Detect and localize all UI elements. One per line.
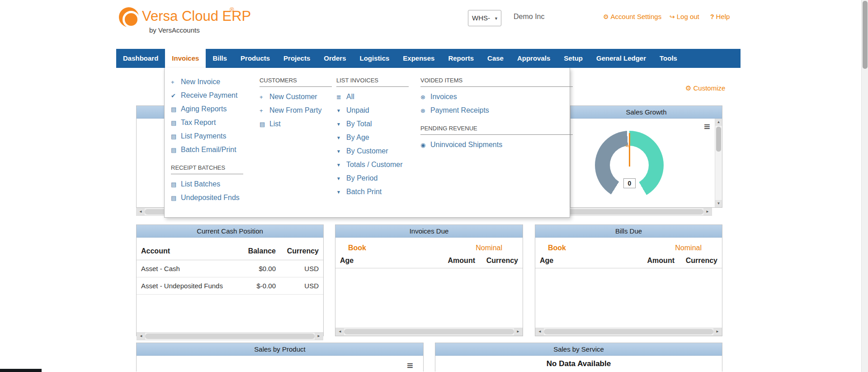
table-icon: ▤: [171, 147, 181, 153]
table-icon: ▤: [171, 195, 181, 201]
menu-item-unpaid[interactable]: ▼ Unpaid: [336, 104, 420, 117]
cell-balance: $0.00: [226, 265, 276, 272]
menu-item-undeposited-fnds[interactable]: ▤ Undeposited Fnds: [171, 191, 259, 205]
menu-item-uninvoiced-shipments[interactable]: ◉ Uninvoiced Shipments: [420, 138, 570, 152]
scroll-right-icon[interactable]: ►: [703, 208, 712, 215]
widget-header-sales-by-product: Sales by Product: [137, 343, 423, 356]
widget-invoices-due: Invoices Due Book Nominal Age Amount Cur…: [335, 224, 523, 336]
nav-item-orders[interactable]: Orders: [317, 49, 353, 68]
menu-item-new-from-party[interactable]: + New From Party: [259, 104, 336, 117]
scroll-up-icon[interactable]: ▲: [715, 119, 722, 126]
menu-item-label: Aging Reports: [181, 105, 226, 113]
menu-item-batch-email-print[interactable]: ▤ Batch Email/Print: [171, 143, 259, 157]
menu-item-all[interactable]: ≣ All: [336, 90, 420, 104]
account-settings-link[interactable]: ⚙Account Settings: [603, 13, 661, 20]
nav-item-setup[interactable]: Setup: [557, 49, 590, 68]
menu-item-new-invoice[interactable]: + New Invoice: [171, 75, 259, 89]
nav-item-projects[interactable]: Projects: [277, 49, 317, 68]
scroll-left-icon[interactable]: ◄: [137, 208, 145, 215]
void-icon: ⊗: [420, 107, 430, 114]
cash-position-body: Account Balance Currency Asset - Cash $0…: [137, 242, 323, 340]
scroll-down-icon[interactable]: ▼: [715, 200, 722, 207]
nav-item-expenses[interactable]: Expenses: [396, 49, 441, 68]
menu-item-receive-payment[interactable]: ✔ Receive Payment: [171, 89, 259, 102]
tab-book[interactable]: Book: [348, 244, 366, 252]
menu-item-totals-customer[interactable]: ▼ Totals / Customer: [336, 158, 420, 172]
warehouse-select-value: WHS-: [472, 14, 490, 22]
menu-item-new-customer[interactable]: + New Customer: [259, 90, 336, 104]
menu-item-voided-invoices[interactable]: ⊗ Invoices: [420, 90, 570, 104]
menu-item-by-total[interactable]: ▼ By Total: [336, 117, 420, 131]
help-link[interactable]: ?Help: [710, 13, 730, 20]
nav-item-bills[interactable]: Bills: [206, 49, 234, 68]
account-settings-label: Account Settings: [611, 13, 662, 20]
check-icon: ✔: [171, 92, 181, 99]
menu-item-label: New Invoice: [181, 78, 220, 86]
table-row[interactable]: Asset - Cash $0.00 USD: [137, 260, 323, 277]
scroll-right-icon[interactable]: ►: [315, 333, 323, 340]
menu-item-customer-list[interactable]: ▤ List: [259, 117, 336, 131]
menu-item-aging-reports[interactable]: ▤ Aging Reports: [171, 102, 259, 116]
nav-item-tools[interactable]: Tools: [653, 49, 684, 68]
nav-item-logistics[interactable]: Logistics: [353, 49, 396, 68]
column-header-currency: Currency: [276, 247, 319, 255]
chart-menu-icon[interactable]: ≡: [704, 120, 710, 133]
invoices-due-body: Book Nominal Age Amount Currency ◄ ►: [335, 238, 523, 336]
menu-item-list-batches[interactable]: ▤ List Batches: [171, 177, 259, 191]
versa-logo-icon: [119, 7, 139, 27]
menu-section-customers: CUSTOMERS: [259, 75, 332, 87]
nav-item-products[interactable]: Products: [234, 49, 277, 68]
table-icon: ▤: [171, 133, 181, 140]
widget-horizontal-scrollbar[interactable]: ◄ ►: [137, 332, 323, 340]
customize-link[interactable]: ⚙Customize: [685, 84, 725, 92]
table-row[interactable]: Asset - Undeposited Funds $-0.00 USD: [137, 277, 323, 295]
table-icon: ▤: [259, 121, 269, 128]
logout-link[interactable]: ↪Log out: [670, 13, 699, 20]
menu-item-voided-payment-receipts[interactable]: ⊗ Payment Receipts: [420, 104, 570, 117]
nav-item-approvals[interactable]: Approvals: [510, 49, 557, 68]
widget-sales-by-service: Sales by Service No Data Available: [435, 343, 722, 372]
nav-item-dashboard[interactable]: Dashboard: [116, 49, 165, 68]
status-bar-fragment: [0, 369, 42, 372]
menu-item-tax-report[interactable]: ▤ Tax Report: [171, 116, 259, 129]
scroll-right-icon[interactable]: ►: [713, 328, 722, 335]
widget-horizontal-scrollbar[interactable]: ◄ ►: [335, 328, 523, 336]
filter-icon: ▼: [336, 149, 346, 154]
nav-item-invoices[interactable]: Invoices: [165, 49, 206, 68]
nav-item-general-ledger[interactable]: General Ledger: [590, 49, 653, 68]
invoices-due-table-header: Age Amount Currency: [335, 253, 523, 268]
scrollbar-thumb[interactable]: [344, 329, 514, 334]
tab-book[interactable]: Book: [548, 244, 566, 252]
menu-item-batch-print[interactable]: ▼ Batch Print: [336, 185, 420, 199]
menu-item-label: By Period: [346, 174, 377, 182]
scroll-right-icon[interactable]: ►: [514, 328, 522, 335]
scrollbar-thumb[interactable]: [145, 334, 315, 339]
widget-vertical-scrollbar[interactable]: ▲ ▼: [715, 119, 722, 207]
scrollbar-thumb[interactable]: [863, 1, 868, 69]
cell-account: Asset - Cash: [141, 265, 226, 272]
widget-horizontal-scrollbar[interactable]: ◄ ►: [535, 328, 722, 336]
scrollbar-thumb[interactable]: [544, 329, 713, 334]
chart-menu-icon[interactable]: ≡: [407, 359, 413, 372]
scroll-left-icon[interactable]: ◄: [336, 328, 344, 335]
page-vertical-scrollbar[interactable]: [861, 0, 868, 372]
cell-currency: USD: [276, 282, 319, 290]
gear-icon: ⚙: [603, 13, 609, 20]
scrollbar-thumb[interactable]: [716, 127, 721, 152]
menu-item-list-payments[interactable]: ▤ List Payments: [171, 129, 259, 143]
nav-item-reports[interactable]: Reports: [441, 49, 481, 68]
menu-item-by-age[interactable]: ▼ By Age: [336, 131, 420, 144]
nav-item-case[interactable]: Case: [481, 49, 510, 68]
scroll-left-icon[interactable]: ◄: [536, 328, 544, 335]
tab-nominal[interactable]: Nominal: [675, 244, 702, 252]
menu-item-label: Uninvoiced Shipments: [430, 141, 502, 149]
menu-item-label: By Customer: [346, 147, 388, 155]
tab-nominal[interactable]: Nominal: [476, 244, 502, 252]
cell-currency: USD: [276, 265, 319, 272]
menu-item-by-period[interactable]: ▼ By Period: [336, 172, 420, 185]
menu-item-by-customer[interactable]: ▼ By Customer: [336, 144, 420, 158]
shipment-icon: ◉: [420, 142, 430, 148]
warehouse-select[interactable]: WHS- ▼: [468, 10, 501, 26]
scroll-left-icon[interactable]: ◄: [137, 333, 145, 340]
filter-icon: ▼: [336, 190, 346, 195]
